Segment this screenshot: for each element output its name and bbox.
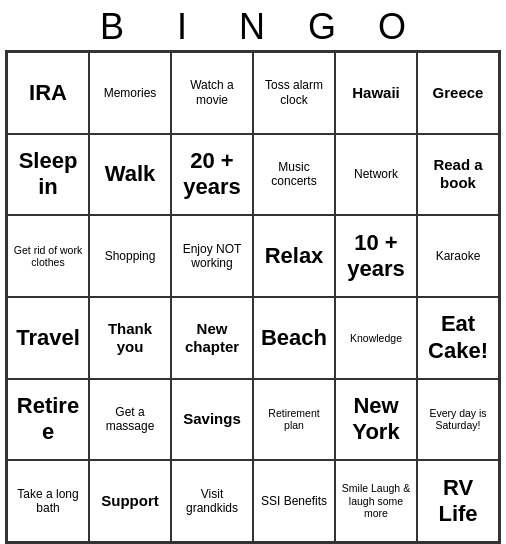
cell-r0-c1: Memories bbox=[89, 52, 171, 134]
cell-r1-c4: Network bbox=[335, 134, 417, 216]
cell-r1-c1: Walk bbox=[89, 134, 171, 216]
cell-r5-c0: Take a long bath bbox=[7, 460, 89, 542]
bingo-grid: IRAMemoriesWatch a movieToss alarm clock… bbox=[5, 50, 501, 544]
letter-b: B bbox=[78, 6, 148, 48]
cell-r4-c2: Savings bbox=[171, 379, 253, 461]
cell-r5-c1: Support bbox=[89, 460, 171, 542]
cell-r3-c0: Travel bbox=[7, 297, 89, 379]
cell-r2-c2: Enjoy NOT working bbox=[171, 215, 253, 297]
letter-i: I bbox=[148, 6, 218, 48]
cell-r3-c1: Thank you bbox=[89, 297, 171, 379]
cell-r4-c5: Every day is Saturday! bbox=[417, 379, 499, 461]
cell-r2-c5: Karaoke bbox=[417, 215, 499, 297]
cell-r4-c4: New York bbox=[335, 379, 417, 461]
letter-o: O bbox=[358, 6, 428, 48]
letter-g: G bbox=[288, 6, 358, 48]
cell-r3-c4: Knowledge bbox=[335, 297, 417, 379]
letter-n: N bbox=[218, 6, 288, 48]
cell-r0-c2: Watch a movie bbox=[171, 52, 253, 134]
cell-r1-c3: Music concerts bbox=[253, 134, 335, 216]
cell-r5-c2: Visit grandkids bbox=[171, 460, 253, 542]
cell-r2-c1: Shopping bbox=[89, 215, 171, 297]
cell-r2-c0: Get rid of work clothes bbox=[7, 215, 89, 297]
cell-r5-c4: Smile Laugh & laugh some more bbox=[335, 460, 417, 542]
cell-r1-c5: Read a book bbox=[417, 134, 499, 216]
cell-r0-c3: Toss alarm clock bbox=[253, 52, 335, 134]
bingo-title: B I N G O bbox=[0, 0, 506, 50]
cell-r0-c4: Hawaii bbox=[335, 52, 417, 134]
cell-r2-c3: Relax bbox=[253, 215, 335, 297]
cell-r2-c4: 10 + years bbox=[335, 215, 417, 297]
cell-r4-c1: Get a massage bbox=[89, 379, 171, 461]
cell-r0-c5: Greece bbox=[417, 52, 499, 134]
cell-r0-c0: IRA bbox=[7, 52, 89, 134]
cell-r5-c5: RV Life bbox=[417, 460, 499, 542]
cell-r1-c2: 20 + years bbox=[171, 134, 253, 216]
cell-r4-c3: Retirement plan bbox=[253, 379, 335, 461]
cell-r4-c0: Retiree bbox=[7, 379, 89, 461]
cell-r3-c2: New chapter bbox=[171, 297, 253, 379]
cell-r5-c3: SSI Benefits bbox=[253, 460, 335, 542]
cell-r3-c5: Eat Cake! bbox=[417, 297, 499, 379]
cell-r1-c0: Sleep in bbox=[7, 134, 89, 216]
cell-r3-c3: Beach bbox=[253, 297, 335, 379]
